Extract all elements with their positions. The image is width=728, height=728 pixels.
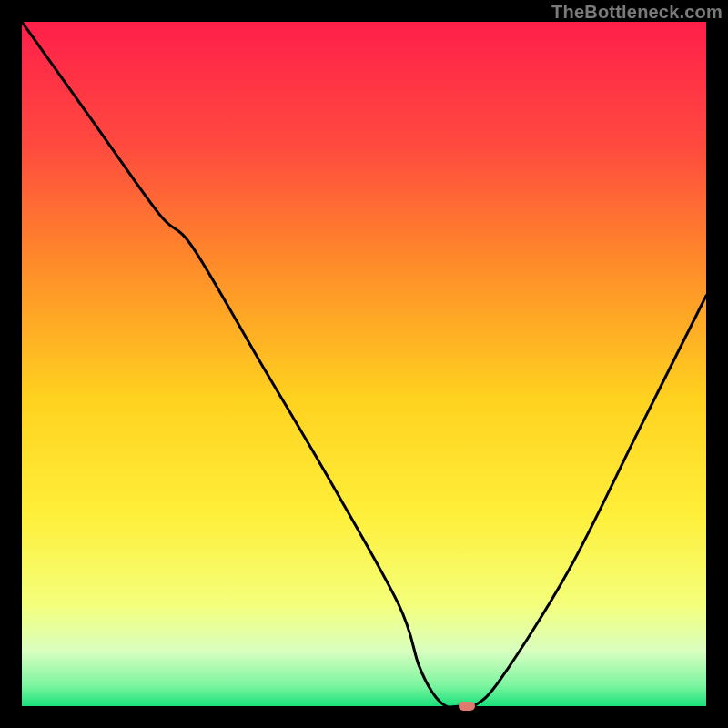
plot-area: [22, 22, 706, 706]
optimal-marker: [459, 702, 475, 711]
watermark-text: TheBottleneck.com: [551, 2, 723, 23]
curve-layer: [22, 22, 706, 706]
chart-frame: TheBottleneck.com: [0, 0, 728, 728]
bottleneck-curve: [22, 22, 706, 706]
